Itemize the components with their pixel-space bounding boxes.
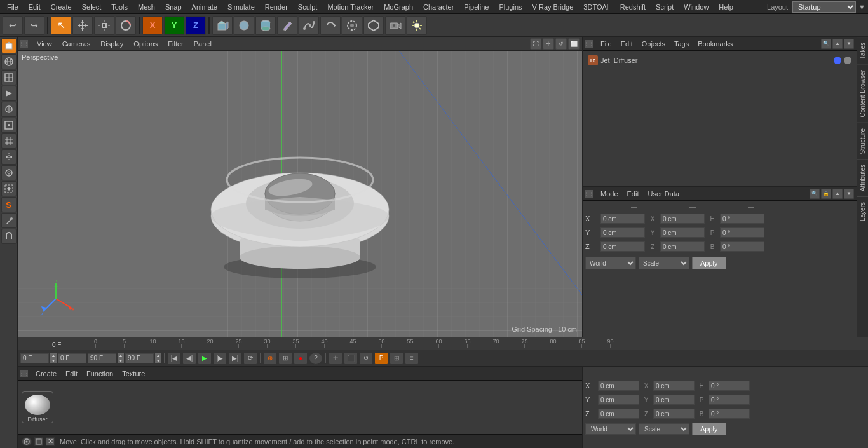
max-frame-down-btn[interactable]: ▼: [155, 358, 161, 363]
viewport-canvas[interactable]: Z X Y Perspective Grid Spacing : 10 c: [18, 51, 582, 337]
vp-menu-filter[interactable]: Filter: [164, 39, 187, 49]
mat-menu-create[interactable]: Create: [32, 369, 60, 379]
coord-world-dropdown[interactable]: World: [585, 423, 636, 435]
timeline-rotate-btn[interactable]: ↺: [359, 352, 373, 365]
undo-button[interactable]: ↩: [3, 16, 23, 35]
pen-button[interactable]: [277, 16, 297, 35]
attr-menu-mode[interactable]: Mode: [597, 189, 622, 199]
status-mode-btn[interactable]: [22, 437, 32, 446]
timeline-grid-btn[interactable]: ⊞: [390, 352, 403, 365]
next-frame-btn[interactable]: |▶: [213, 352, 227, 365]
mat-menu-function[interactable]: Function: [83, 369, 117, 379]
coord-y-val3[interactable]: [709, 395, 750, 405]
prev-frame-btn[interactable]: ◀|: [182, 352, 196, 365]
menu-mesh[interactable]: Mesh: [133, 2, 159, 12]
y-axis-button[interactable]: Y: [164, 16, 184, 35]
attr-x-scale[interactable]: [720, 214, 764, 224]
vp-zoom-icon[interactable]: ⛶: [530, 38, 541, 50]
timeline-p-btn[interactable]: P: [374, 352, 388, 365]
mat-drag[interactable]: ⋮⋮: [20, 370, 28, 377]
frame-down-btn[interactable]: ▼: [50, 358, 57, 363]
mat-menu-texture[interactable]: Texture: [118, 369, 149, 379]
coord-z-val3[interactable]: [709, 409, 750, 419]
menu-motion-tracker[interactable]: Motion Tracker: [323, 2, 378, 12]
x-axis-button[interactable]: X: [142, 16, 163, 35]
mode-animate[interactable]: [1, 86, 17, 101]
menu-vray[interactable]: V-Ray Bridge: [528, 2, 578, 12]
obj-mgr-drag[interactable]: ⋮⋮: [585, 40, 593, 48]
mode-render[interactable]: [1, 102, 17, 117]
coord-z-val2[interactable]: [653, 409, 695, 419]
tool-grid[interactable]: [1, 133, 17, 149]
menu-select[interactable]: Select: [78, 2, 106, 12]
goto-end-btn[interactable]: ▶|: [228, 352, 242, 365]
menu-sculpt[interactable]: Sculpt: [294, 2, 322, 12]
rotate-tool-button[interactable]: [116, 16, 136, 35]
menu-animate[interactable]: Animate: [187, 2, 222, 12]
coord-x-val1[interactable]: [598, 381, 639, 391]
menu-render[interactable]: Render: [261, 2, 292, 12]
vp-maximize-icon[interactable]: ⬜: [568, 38, 580, 50]
vtab-content-browser[interactable]: Content Browser: [857, 64, 868, 122]
camera-button[interactable]: [385, 16, 405, 35]
obj-mgr-menu-tags[interactable]: Tags: [670, 39, 693, 49]
layout-dropdown[interactable]: Startup: [792, 1, 856, 13]
coord-z-val1[interactable]: [598, 409, 639, 419]
attr-apply-button[interactable]: Apply: [692, 257, 726, 269]
light-button[interactable]: [407, 16, 427, 35]
spline-button[interactable]: [299, 16, 319, 35]
obj-mgr-menu-edit[interactable]: Edit: [617, 39, 637, 49]
tool-magnet[interactable]: [1, 229, 17, 244]
sculpt-button[interactable]: [342, 16, 362, 35]
max-frame-up-btn[interactable]: ▲: [155, 353, 161, 358]
goto-start-btn[interactable]: |◀: [167, 352, 181, 365]
coord-x-val3[interactable]: [709, 381, 750, 391]
menu-character[interactable]: Character: [419, 2, 458, 12]
coord-x-val2[interactable]: [653, 381, 695, 391]
vp-menu-panel[interactable]: Panel: [190, 39, 215, 49]
timeline-more-btn[interactable]: ≡: [405, 352, 419, 365]
loop-button[interactable]: [320, 16, 341, 35]
vp-menu-options[interactable]: Options: [130, 39, 161, 49]
end-frame-input[interactable]: [88, 353, 116, 363]
menu-redshift[interactable]: Redshift: [616, 2, 650, 12]
vp-move-icon[interactable]: ✛: [543, 38, 554, 50]
menu-pipeline[interactable]: Pipeline: [459, 2, 493, 12]
menu-edit[interactable]: Edit: [24, 2, 45, 12]
layout-arrow[interactable]: ▼: [858, 3, 865, 11]
menu-simulate[interactable]: Simulate: [223, 2, 259, 12]
menu-snap[interactable]: Snap: [161, 2, 186, 12]
viewport-drag-handle[interactable]: ⋮⋮: [20, 40, 28, 48]
cube-button[interactable]: [212, 16, 233, 35]
mode-uv[interactable]: [1, 70, 17, 85]
menu-mograph[interactable]: MoGraph: [379, 2, 417, 12]
polygon-button[interactable]: [363, 16, 384, 35]
obj-mgr-menu-bookmarks[interactable]: Bookmarks: [694, 39, 736, 49]
attr-z-rot[interactable]: [660, 241, 705, 252]
help-btn[interactable]: ?: [309, 352, 323, 365]
menu-window[interactable]: Window: [679, 2, 713, 12]
vtab-attributes[interactable]: Attributes: [857, 159, 868, 196]
object-row-jet-diffuser[interactable]: L0 Jet_Diffuser: [585, 53, 854, 67]
menu-create[interactable]: Create: [46, 2, 76, 12]
attr-arrow-up[interactable]: ▲: [832, 189, 843, 199]
tool-soft[interactable]: [1, 165, 17, 180]
end-frame-up-btn[interactable]: ▲: [118, 353, 124, 358]
coord-apply-button[interactable]: Apply: [692, 423, 726, 435]
vtab-layers[interactable]: Layers: [857, 196, 868, 226]
attr-lock-btn[interactable]: 🔒: [821, 189, 831, 199]
obj-mgr-menu-objects[interactable]: Objects: [638, 39, 669, 49]
menu-help[interactable]: Help: [714, 2, 738, 12]
timeline-scale-btn[interactable]: ⬛: [344, 352, 358, 365]
attr-y-rot[interactable]: [660, 227, 705, 238]
attr-x-pos[interactable]: [600, 214, 645, 224]
cylinder-button[interactable]: [255, 16, 276, 35]
attr-y-pos[interactable]: [600, 227, 645, 238]
vtab-structure[interactable]: Structure: [857, 123, 868, 160]
z-axis-button[interactable]: Z: [186, 16, 206, 35]
mode-model[interactable]: [1, 38, 17, 53]
object-visibility-dot[interactable]: [834, 57, 841, 64]
auto-key-btn[interactable]: ●: [294, 352, 308, 365]
attr-menu-edit[interactable]: Edit: [623, 189, 643, 199]
obj-mgr-menu-file[interactable]: File: [597, 39, 616, 49]
